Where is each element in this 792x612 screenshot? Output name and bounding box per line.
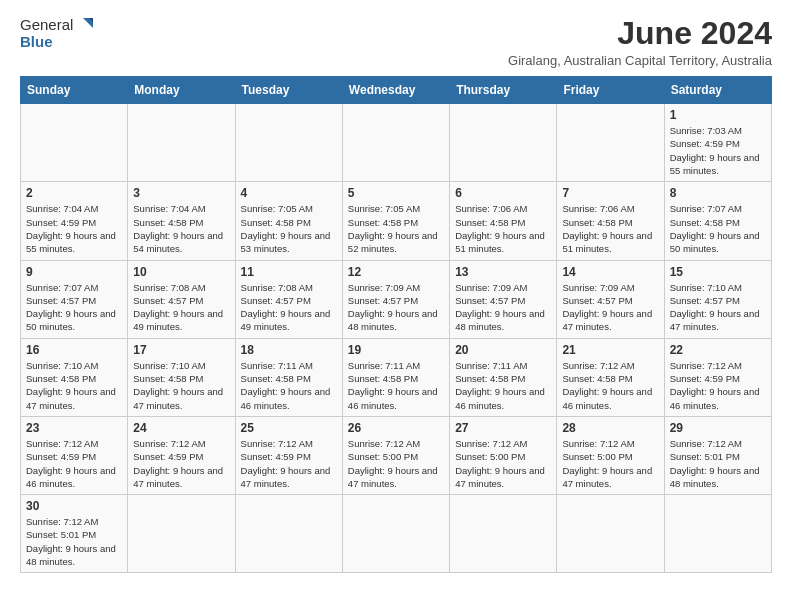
calendar-week-row-2: 2Sunrise: 7:04 AM Sunset: 4:59 PM Daylig… — [21, 182, 772, 260]
logo: General Blue — [20, 16, 97, 51]
day-info: Sunrise: 7:09 AM Sunset: 4:57 PM Dayligh… — [455, 281, 551, 334]
calendar-cell: 1Sunrise: 7:03 AM Sunset: 4:59 PM Daylig… — [664, 104, 771, 182]
day-number: 20 — [455, 343, 551, 357]
day-number: 15 — [670, 265, 766, 279]
calendar-cell: 21Sunrise: 7:12 AM Sunset: 4:58 PM Dayli… — [557, 338, 664, 416]
calendar-cell: 23Sunrise: 7:12 AM Sunset: 4:59 PM Dayli… — [21, 416, 128, 494]
day-number: 21 — [562, 343, 658, 357]
logo-triangle-icon — [75, 16, 97, 34]
day-info: Sunrise: 7:08 AM Sunset: 4:57 PM Dayligh… — [133, 281, 229, 334]
day-info: Sunrise: 7:12 AM Sunset: 5:00 PM Dayligh… — [562, 437, 658, 490]
day-info: Sunrise: 7:08 AM Sunset: 4:57 PM Dayligh… — [241, 281, 337, 334]
logo-blue: Blue — [20, 34, 97, 51]
calendar-cell: 8Sunrise: 7:07 AM Sunset: 4:58 PM Daylig… — [664, 182, 771, 260]
calendar-cell: 13Sunrise: 7:09 AM Sunset: 4:57 PM Dayli… — [450, 260, 557, 338]
day-info: Sunrise: 7:06 AM Sunset: 4:58 PM Dayligh… — [455, 202, 551, 255]
day-number: 29 — [670, 421, 766, 435]
day-number: 2 — [26, 186, 122, 200]
day-number: 22 — [670, 343, 766, 357]
calendar-cell — [235, 495, 342, 573]
weekday-header-saturday: Saturday — [664, 77, 771, 104]
day-info: Sunrise: 7:12 AM Sunset: 5:01 PM Dayligh… — [670, 437, 766, 490]
day-info: Sunrise: 7:05 AM Sunset: 4:58 PM Dayligh… — [348, 202, 444, 255]
day-info: Sunrise: 7:11 AM Sunset: 4:58 PM Dayligh… — [348, 359, 444, 412]
calendar-cell: 29Sunrise: 7:12 AM Sunset: 5:01 PM Dayli… — [664, 416, 771, 494]
day-info: Sunrise: 7:11 AM Sunset: 4:58 PM Dayligh… — [455, 359, 551, 412]
calendar-week-row-6: 30Sunrise: 7:12 AM Sunset: 5:01 PM Dayli… — [21, 495, 772, 573]
header: General Blue June 2024 Giralang, Austral… — [20, 16, 772, 68]
weekday-header-friday: Friday — [557, 77, 664, 104]
day-info: Sunrise: 7:12 AM Sunset: 4:59 PM Dayligh… — [133, 437, 229, 490]
day-number: 30 — [26, 499, 122, 513]
calendar-cell: 15Sunrise: 7:10 AM Sunset: 4:57 PM Dayli… — [664, 260, 771, 338]
day-number: 25 — [241, 421, 337, 435]
day-number: 5 — [348, 186, 444, 200]
day-info: Sunrise: 7:12 AM Sunset: 4:59 PM Dayligh… — [241, 437, 337, 490]
day-number: 28 — [562, 421, 658, 435]
day-info: Sunrise: 7:04 AM Sunset: 4:58 PM Dayligh… — [133, 202, 229, 255]
weekday-header-row: SundayMondayTuesdayWednesdayThursdayFrid… — [21, 77, 772, 104]
day-info: Sunrise: 7:06 AM Sunset: 4:58 PM Dayligh… — [562, 202, 658, 255]
calendar-cell: 25Sunrise: 7:12 AM Sunset: 4:59 PM Dayli… — [235, 416, 342, 494]
day-number: 19 — [348, 343, 444, 357]
calendar-cell: 20Sunrise: 7:11 AM Sunset: 4:58 PM Dayli… — [450, 338, 557, 416]
day-info: Sunrise: 7:11 AM Sunset: 4:58 PM Dayligh… — [241, 359, 337, 412]
calendar-week-row-4: 16Sunrise: 7:10 AM Sunset: 4:58 PM Dayli… — [21, 338, 772, 416]
calendar-cell: 6Sunrise: 7:06 AM Sunset: 4:58 PM Daylig… — [450, 182, 557, 260]
location-subtitle: Giralang, Australian Capital Territory, … — [508, 53, 772, 68]
weekday-header-thursday: Thursday — [450, 77, 557, 104]
day-number: 7 — [562, 186, 658, 200]
day-number: 9 — [26, 265, 122, 279]
calendar-cell — [450, 495, 557, 573]
calendar-cell: 17Sunrise: 7:10 AM Sunset: 4:58 PM Dayli… — [128, 338, 235, 416]
calendar-week-row-1: 1Sunrise: 7:03 AM Sunset: 4:59 PM Daylig… — [21, 104, 772, 182]
day-number: 11 — [241, 265, 337, 279]
calendar-cell: 18Sunrise: 7:11 AM Sunset: 4:58 PM Dayli… — [235, 338, 342, 416]
day-number: 14 — [562, 265, 658, 279]
day-number: 26 — [348, 421, 444, 435]
calendar-cell: 19Sunrise: 7:11 AM Sunset: 4:58 PM Dayli… — [342, 338, 449, 416]
day-number: 27 — [455, 421, 551, 435]
day-info: Sunrise: 7:12 AM Sunset: 4:59 PM Dayligh… — [26, 437, 122, 490]
calendar-cell — [557, 104, 664, 182]
calendar-cell — [557, 495, 664, 573]
weekday-header-monday: Monday — [128, 77, 235, 104]
weekday-header-wednesday: Wednesday — [342, 77, 449, 104]
calendar-cell: 26Sunrise: 7:12 AM Sunset: 5:00 PM Dayli… — [342, 416, 449, 494]
calendar-cell: 10Sunrise: 7:08 AM Sunset: 4:57 PM Dayli… — [128, 260, 235, 338]
day-info: Sunrise: 7:07 AM Sunset: 4:57 PM Dayligh… — [26, 281, 122, 334]
day-number: 3 — [133, 186, 229, 200]
day-number: 4 — [241, 186, 337, 200]
calendar-cell: 9Sunrise: 7:07 AM Sunset: 4:57 PM Daylig… — [21, 260, 128, 338]
day-info: Sunrise: 7:03 AM Sunset: 4:59 PM Dayligh… — [670, 124, 766, 177]
logo-text-block: General Blue — [20, 16, 97, 51]
day-number: 16 — [26, 343, 122, 357]
calendar-cell: 12Sunrise: 7:09 AM Sunset: 4:57 PM Dayli… — [342, 260, 449, 338]
calendar-cell: 28Sunrise: 7:12 AM Sunset: 5:00 PM Dayli… — [557, 416, 664, 494]
day-info: Sunrise: 7:12 AM Sunset: 4:59 PM Dayligh… — [670, 359, 766, 412]
day-info: Sunrise: 7:10 AM Sunset: 4:58 PM Dayligh… — [26, 359, 122, 412]
calendar-cell: 30Sunrise: 7:12 AM Sunset: 5:01 PM Dayli… — [21, 495, 128, 573]
day-info: Sunrise: 7:07 AM Sunset: 4:58 PM Dayligh… — [670, 202, 766, 255]
logo-general: General — [20, 17, 73, 34]
day-info: Sunrise: 7:12 AM Sunset: 5:00 PM Dayligh… — [348, 437, 444, 490]
day-info: Sunrise: 7:10 AM Sunset: 4:57 PM Dayligh… — [670, 281, 766, 334]
day-info: Sunrise: 7:10 AM Sunset: 4:58 PM Dayligh… — [133, 359, 229, 412]
calendar-cell — [128, 104, 235, 182]
day-info: Sunrise: 7:04 AM Sunset: 4:59 PM Dayligh… — [26, 202, 122, 255]
calendar-cell — [342, 104, 449, 182]
day-info: Sunrise: 7:05 AM Sunset: 4:58 PM Dayligh… — [241, 202, 337, 255]
title-area: June 2024 Giralang, Australian Capital T… — [508, 16, 772, 68]
calendar-cell: 7Sunrise: 7:06 AM Sunset: 4:58 PM Daylig… — [557, 182, 664, 260]
calendar-cell: 2Sunrise: 7:04 AM Sunset: 4:59 PM Daylig… — [21, 182, 128, 260]
weekday-header-tuesday: Tuesday — [235, 77, 342, 104]
calendar-cell — [664, 495, 771, 573]
calendar-cell: 16Sunrise: 7:10 AM Sunset: 4:58 PM Dayli… — [21, 338, 128, 416]
calendar-cell: 11Sunrise: 7:08 AM Sunset: 4:57 PM Dayli… — [235, 260, 342, 338]
calendar-cell: 14Sunrise: 7:09 AM Sunset: 4:57 PM Dayli… — [557, 260, 664, 338]
calendar-table: SundayMondayTuesdayWednesdayThursdayFrid… — [20, 76, 772, 573]
calendar-cell — [21, 104, 128, 182]
calendar-cell: 24Sunrise: 7:12 AM Sunset: 4:59 PM Dayli… — [128, 416, 235, 494]
day-number: 23 — [26, 421, 122, 435]
calendar-cell: 5Sunrise: 7:05 AM Sunset: 4:58 PM Daylig… — [342, 182, 449, 260]
